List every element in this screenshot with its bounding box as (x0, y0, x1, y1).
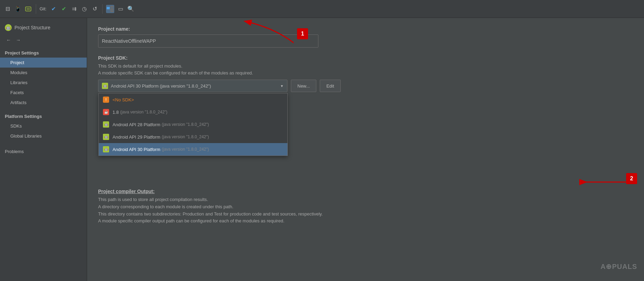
project-structure-icon[interactable] (106, 5, 114, 13)
sidebar-item-sdks[interactable]: SDKs (0, 121, 87, 131)
sdk-selected-text: Android API 30 Platform (java version "1… (111, 83, 211, 89)
sidebar-item-project[interactable]: Project (0, 58, 87, 68)
sdk-18-version: (java version "1.8.0_242") (120, 110, 167, 114)
sdk-option-no-sdk[interactable]: ! <No SDK> (99, 93, 287, 106)
sdk-dropdown-popup: ! <No SDK> ☕ 1.8 (java version "1.8.0_24… (98, 93, 288, 156)
sidebar-item-libraries[interactable]: Libraries (0, 78, 87, 88)
android-logo: 🤖 (5, 24, 12, 31)
no-sdk-icon: ! (103, 97, 109, 103)
content-area: Project name: Project SDK: This SDK is d… (87, 18, 644, 281)
sdk-api29-main: Android API 29 Platform (113, 134, 160, 140)
compiler-desc-line3: This directory contains two subdirectori… (98, 211, 323, 217)
sep1 (36, 4, 36, 14)
sidebar-item-facets[interactable]: Facets (0, 88, 87, 98)
sdk-option-api28[interactable]: 🤖 Android API 28 Platform (java version … (99, 118, 287, 131)
git-push-icon[interactable]: ⇉ (70, 5, 78, 13)
window-icon[interactable]: ⊟ (3, 5, 12, 13)
sdk-api30-main: Android API 30 Platform (113, 147, 160, 152)
platform-settings-header: Platform Settings (0, 111, 87, 121)
nav-back[interactable]: ← (5, 37, 12, 43)
btn-edit[interactable]: Edit (320, 80, 340, 92)
sdk-row: 🤖 Android API 30 Platform (java version … (98, 80, 633, 92)
sdk-label: Project SDK: (98, 55, 633, 61)
git-undo-icon[interactable]: ↺ (91, 5, 99, 13)
sidebar-item-global-libraries[interactable]: Global Libraries (0, 131, 87, 141)
search-icon[interactable]: 🔍 (127, 5, 135, 13)
main-layout: 🤖 Project Structure ← → Project Settings… (0, 18, 644, 281)
git-history-icon[interactable]: ◷ (80, 5, 88, 13)
api29-icon: 🤖 (103, 134, 109, 140)
svg-line-6 (110, 7, 110, 8)
no-sdk-text: <No SDK> (113, 97, 134, 102)
java-18-icon: ☕ (103, 109, 109, 115)
svg-rect-5 (110, 10, 114, 12)
sdk-dropdown[interactable]: 🤖 Android API 30 Platform (java version … (98, 80, 287, 92)
api28-icon: 🤖 (103, 121, 109, 128)
sdk-desc-line1: This SDK is default for all project modu… (98, 63, 182, 69)
sidebar-item-artifacts[interactable]: Artifacts (0, 98, 87, 108)
project-name-section: Project name: (98, 26, 633, 48)
btn-new[interactable]: New... (291, 80, 316, 92)
compiler-section: Project compiler Output: This path is us… (98, 189, 633, 225)
git-update-icon[interactable]: ✔ (49, 5, 57, 13)
sep2 (102, 4, 103, 14)
sdk-api29-full: Android API 29 Platform (java version "1… (113, 134, 209, 140)
sidebar-title: 🤖 Project Structure (0, 21, 87, 35)
git-label: Git: (40, 6, 46, 11)
nav-forward[interactable]: → (14, 37, 22, 43)
sidebar: 🤖 Project Structure ← → Project Settings… (0, 18, 87, 281)
annotation-badge-2: 2 (626, 173, 637, 184)
editor-icon[interactable]: ▭ (116, 5, 125, 13)
sidebar-nav: ← → (0, 35, 87, 48)
sdk-api28-main: Android API 28 Platform (113, 122, 160, 127)
sdk-18-full: 1.8 (java version "1.8.0_242") (113, 110, 167, 115)
sdk-api30-version: (java version "1.8.0_242") (162, 147, 209, 152)
project-name-label: Project name: (98, 26, 633, 32)
sidebar-item-modules[interactable]: Modules (0, 68, 87, 78)
compiler-label: Project compiler Output: (98, 189, 633, 194)
project-settings-header: Project Settings (0, 48, 87, 58)
sdk-18-main: 1.8 (113, 110, 119, 115)
sdk-section: Project SDK: This SDK is default for all… (98, 55, 633, 92)
sdk-desc-line2: A module specific SDK can be configured … (98, 70, 253, 76)
annotation-badge-1: 1 (297, 28, 308, 39)
git-commit-icon[interactable]: ✔ (60, 5, 68, 13)
avd-icon[interactable] (24, 5, 32, 13)
sdk-desc: This SDK is default for all project modu… (98, 63, 633, 76)
compiler-desc-line4: A module specific compiler output path c… (98, 218, 284, 223)
compiler-desc-line2: A directory corresponding to each module… (98, 204, 233, 209)
sdk-api29-version: (java version "1.8.0_242") (162, 134, 209, 139)
sidebar-title-text: Project Structure (14, 25, 50, 30)
sdk-option-18[interactable]: ☕ 1.8 (java version "1.8.0_242") (99, 106, 287, 118)
api30-icon: 🤖 (103, 146, 109, 152)
sidebar-item-problems[interactable]: Problems (0, 147, 87, 157)
sdk-option-api29[interactable]: 🤖 Android API 29 Platform (java version … (99, 131, 287, 143)
sdk-api28-full: Android API 28 Platform (java version "1… (113, 122, 209, 127)
svg-rect-1 (27, 8, 30, 10)
sdk-option-api30[interactable]: 🤖 Android API 30 Platform (java version … (99, 143, 287, 155)
sdk-dropdown-text: 🤖 Android API 30 Platform (java version … (102, 83, 211, 89)
sdk-api28-version: (java version "1.8.0_242") (162, 122, 209, 127)
watermark: A⊕PUALS (601, 262, 637, 271)
toolbar: ⊟ 📱 Git: ✔ ✔ ⇉ ◷ ↺ ▭ 🔍 (0, 0, 644, 18)
device-icon[interactable]: 📱 (14, 5, 22, 13)
sdk-android-icon: 🤖 (102, 83, 108, 89)
compiler-desc: This path is used to store all project c… (98, 196, 633, 225)
svg-rect-3 (110, 6, 114, 8)
project-name-input[interactable] (98, 34, 318, 48)
compiler-desc-line1: This path is used to store all project c… (98, 197, 208, 202)
svg-rect-4 (110, 8, 114, 10)
sdk-api30-full: Android API 30 Platform (java version "1… (113, 147, 209, 152)
sdk-dropdown-arrow: ▼ (280, 84, 284, 88)
svg-rect-2 (107, 7, 110, 9)
